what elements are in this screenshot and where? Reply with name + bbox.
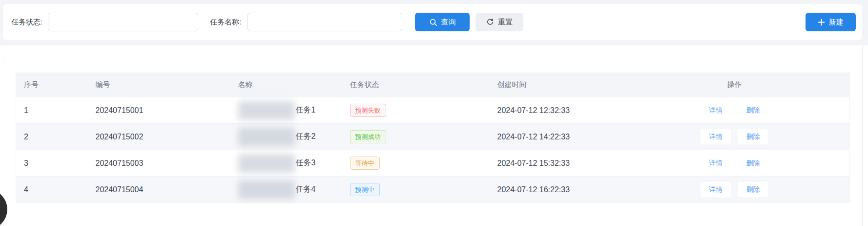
content-right-edge xyxy=(862,45,863,226)
status-badge: 预测成功 xyxy=(350,130,386,143)
content-card: 序号 编号 名称 任务状态 创建时间 操作 1 20240715001 任务1 … xyxy=(0,45,868,226)
create-button-label: 新建 xyxy=(829,18,844,27)
column-header-index: 序号 xyxy=(16,72,74,97)
table-row: 2 20240715002 任务2 预测成功 2024-07-12 14:22:… xyxy=(16,124,850,150)
redacted-name-blur xyxy=(238,101,295,120)
search-button[interactable]: 查询 xyxy=(415,13,470,31)
cell-name: 任务2 xyxy=(296,132,316,142)
cell-code: 20240715003 xyxy=(74,150,225,177)
table-row: 1 20240715001 任务1 预测失败 2024-07-12 12:32:… xyxy=(16,97,850,124)
delete-button[interactable]: 删除 xyxy=(738,129,768,144)
cell-created: 2024-07-12 12:32:33 xyxy=(497,97,620,124)
detail-button[interactable]: 详情 xyxy=(701,182,731,197)
table-row: 4 20240715004 任务4 预测中 2024-07-12 16:22:3… xyxy=(16,177,850,203)
content-divider xyxy=(0,60,868,60)
delete-button[interactable]: 删除 xyxy=(738,103,768,118)
cell-index: 3 xyxy=(16,150,74,177)
column-header-status: 任务状态 xyxy=(350,72,497,97)
task-name-input[interactable] xyxy=(248,13,402,31)
task-status-input[interactable] xyxy=(48,13,198,31)
cell-created: 2024-07-12 16:22:33 xyxy=(497,177,620,203)
search-button-label: 查询 xyxy=(441,18,456,27)
task-status-label: 任务状态: xyxy=(11,4,42,40)
column-header-created: 创建时间 xyxy=(497,72,620,97)
create-button[interactable]: 新建 xyxy=(806,13,856,31)
reset-button-label: 重置 xyxy=(498,18,513,27)
cell-index: 1 xyxy=(16,97,74,124)
reset-button[interactable]: 重置 xyxy=(475,13,523,31)
detail-button[interactable]: 详情 xyxy=(701,156,731,171)
task-table: 序号 编号 名称 任务状态 创建时间 操作 1 20240715001 任务1 … xyxy=(16,72,850,203)
redacted-name-blur xyxy=(238,128,295,146)
plus-icon xyxy=(818,19,825,26)
status-badge: 等待中 xyxy=(350,157,380,170)
cell-name: 任务1 xyxy=(296,105,316,115)
redacted-name-blur xyxy=(238,154,295,173)
search-icon xyxy=(429,18,437,26)
cell-code: 20240715002 xyxy=(74,124,225,150)
cell-index: 2 xyxy=(16,124,74,150)
status-badge: 预测失败 xyxy=(350,104,386,117)
redacted-name-blur xyxy=(238,181,295,199)
detail-button[interactable]: 详情 xyxy=(701,129,731,144)
filter-bar: 任务状态: 任务名称: 查询 重置 xyxy=(3,4,862,40)
delete-button[interactable]: 删除 xyxy=(738,156,768,171)
status-badge: 预测中 xyxy=(350,183,380,196)
refresh-icon xyxy=(486,18,494,26)
detail-button[interactable]: 详情 xyxy=(701,103,731,118)
delete-button[interactable]: 删除 xyxy=(738,182,768,197)
cell-created: 2024-07-12 15:32:33 xyxy=(497,150,620,177)
cell-name: 任务4 xyxy=(296,184,316,195)
cell-created: 2024-07-12 14:22:33 xyxy=(497,124,620,150)
column-header-code: 编号 xyxy=(74,72,225,97)
page: 任务状态: 任务名称: 查询 重置 xyxy=(0,0,868,226)
cell-code: 20240715004 xyxy=(74,177,225,203)
cell-index: 4 xyxy=(16,177,74,203)
column-header-actions: 操作 xyxy=(620,72,850,97)
column-header-name: 名称 xyxy=(225,72,350,97)
cell-name: 任务3 xyxy=(296,158,316,168)
table-row: 3 20240715003 任务3 等待中 2024-07-12 15:32:3… xyxy=(16,150,850,177)
task-name-label: 任务名称: xyxy=(210,4,241,40)
table-header-row: 序号 编号 名称 任务状态 创建时间 操作 xyxy=(16,72,850,97)
cell-code: 20240715001 xyxy=(74,97,225,124)
